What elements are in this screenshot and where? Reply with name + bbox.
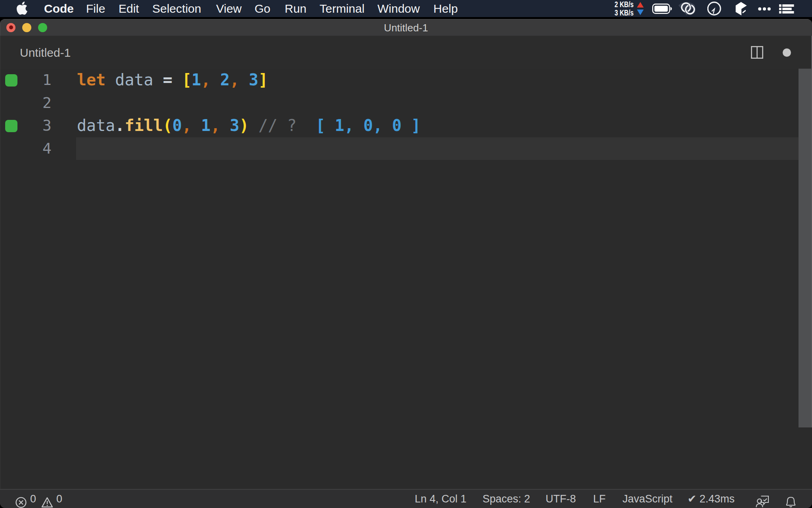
menu-item-help[interactable]: Help	[433, 0, 458, 17]
menu-item-code[interactable]: Code	[44, 0, 74, 17]
scrollbar-thumb[interactable]	[799, 69, 811, 427]
code-token: // ?	[249, 116, 316, 135]
code-token: =	[163, 71, 182, 89]
quokka-time-label: 2.43ms	[699, 493, 735, 505]
macos-menu-bar: Code File Edit Selection View Go Run Ter…	[0, 0, 812, 17]
check-icon: ✔	[688, 493, 697, 505]
feedback-icon[interactable]	[756, 493, 769, 508]
code-token: 1	[192, 71, 201, 89]
language-mode[interactable]: JavaScript	[622, 490, 672, 508]
network-down-speed: 3 KB/s	[612, 9, 634, 17]
menu-item-selection[interactable]: Selection	[152, 0, 201, 17]
warning-count[interactable]: 0	[56, 490, 62, 508]
apple-menu-icon[interactable]	[15, 2, 29, 15]
quokka-status[interactable]: ✔ 2.43ms	[688, 490, 735, 508]
indentation[interactable]: Spaces: 2	[483, 490, 530, 508]
error-icon[interactable]	[15, 493, 27, 508]
code-token: 0	[172, 116, 182, 135]
status-bar: 0 0 Ln 4, Col 1 Spaces: 2 UTF-8 LF JavaS…	[0, 489, 812, 508]
menu-item-terminal[interactable]: Terminal	[320, 0, 364, 17]
task-list-icon[interactable]	[779, 4, 794, 13]
code-line-3: data.fill(0, 1, 3) // ? [ 1, 0, 0 ]	[77, 114, 421, 137]
code-token: ]	[259, 71, 268, 89]
code-token: ,	[201, 71, 220, 89]
vscode-window: Untitled-1 Untitled-1 1 2 3 4 let data =…	[0, 19, 812, 508]
code-token: [	[182, 71, 192, 89]
code-token: ,	[211, 116, 230, 135]
screen: Code File Edit Selection View Go Run Ter…	[0, 0, 812, 508]
code-token: 3	[230, 116, 239, 135]
code-token: data	[77, 116, 115, 135]
line-number-3: 3	[0, 114, 52, 137]
code-token: fill	[124, 116, 163, 135]
personal-hotspot-wifi-icon[interactable]	[678, 1, 697, 16]
code-token: .	[115, 116, 124, 135]
ellipsis-icon[interactable]	[758, 7, 771, 11]
code-token: 2	[220, 71, 230, 89]
code-token: )	[239, 116, 249, 135]
code-line-1: let data = [1, 2, 3]	[77, 69, 268, 92]
editor-header: Untitled-1	[0, 36, 812, 69]
line-number-4: 4	[0, 137, 52, 160]
unsaved-changes-dot[interactable]	[783, 48, 791, 57]
menu-item-run[interactable]: Run	[285, 0, 306, 17]
code-token: [ 1, 0, 0 ]	[316, 116, 421, 135]
encoding[interactable]: UTF-8	[546, 490, 576, 508]
menu-item-file[interactable]: File	[86, 0, 105, 17]
menu-item-view[interactable]: View	[216, 0, 241, 17]
line-number-1: 1	[0, 69, 52, 92]
network-speed-widget[interactable]: 2 KB/s 3 KB/s	[612, 0, 634, 17]
battery-icon[interactable]	[652, 4, 672, 14]
code-token: data	[115, 71, 163, 89]
current-line-highlight	[76, 137, 811, 160]
network-up-speed: 2 KB/s	[612, 0, 634, 9]
menu-item-go[interactable]: Go	[255, 0, 270, 17]
cube-icon[interactable]	[735, 2, 747, 15]
clock-icon[interactable]	[707, 2, 721, 15]
split-editor-icon[interactable]	[751, 46, 763, 59]
warning-icon[interactable]	[41, 493, 53, 508]
line-number-2: 2	[0, 92, 52, 115]
code-token: ,	[230, 71, 249, 89]
window-title: Untitled-1	[0, 19, 812, 36]
code-token: let	[77, 71, 115, 89]
code-token: 1	[201, 116, 211, 135]
bell-icon[interactable]	[785, 493, 796, 508]
code-token: 3	[249, 71, 259, 89]
error-count[interactable]: 0	[30, 490, 36, 508]
window-titlebar[interactable]: Untitled-1	[0, 19, 812, 36]
menu-item-window[interactable]: Window	[377, 0, 420, 17]
cursor-position[interactable]: Ln 4, Col 1	[415, 490, 467, 508]
code-editor[interactable]: 1 2 3 4 let data = [1, 2, 3] data.fill(0…	[0, 69, 812, 489]
code-token: (	[163, 116, 172, 135]
editor-filename-label[interactable]: Untitled-1	[20, 36, 71, 69]
menu-item-edit[interactable]: Edit	[119, 0, 139, 17]
eol-sequence[interactable]: LF	[593, 490, 606, 508]
network-arrows-icon	[637, 2, 644, 15]
code-token: ,	[182, 116, 201, 135]
